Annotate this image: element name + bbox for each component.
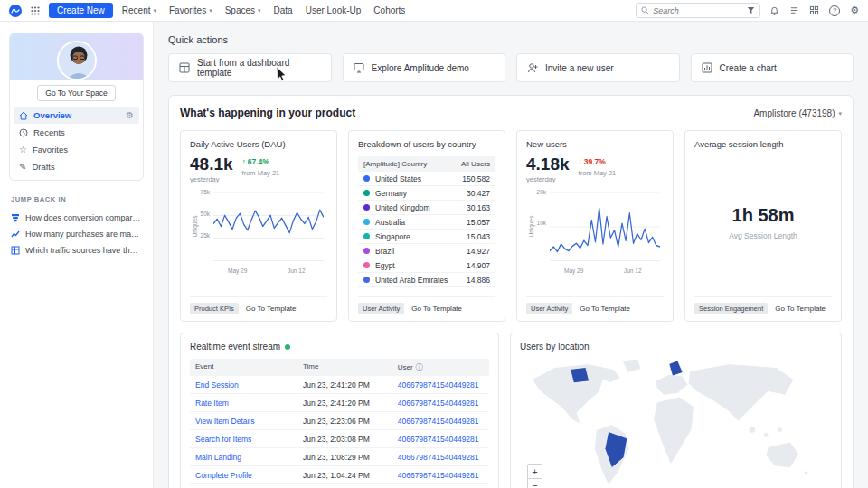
event-link[interactable]: Rate Item <box>195 399 303 408</box>
sidebar-item-drafts[interactable]: ✎ Drafts <box>14 158 139 175</box>
amplitude-logo[interactable] <box>9 5 22 17</box>
table-row[interactable]: Brazil14,927 <box>358 244 495 258</box>
sidebar-item-favorites[interactable]: ☆ Favorites <box>14 141 139 158</box>
funnel-chart-icon <box>11 213 20 222</box>
event-time: Jun 23, 2:41:20 PM <box>303 399 398 408</box>
jump-item-traffic[interactable]: Which traffic sources have the hi... <box>9 242 144 258</box>
user-id-link[interactable]: 4066798741540449281 <box>398 471 484 480</box>
user-id-link[interactable]: 4066798741540449281 <box>398 399 484 408</box>
dau-period: yesterday <box>190 175 233 183</box>
series-dot <box>363 262 370 268</box>
user-id-link[interactable]: 4066798741540449281 <box>398 435 484 444</box>
user-id-link[interactable]: 4066798741540449281 <box>398 417 484 426</box>
table-row[interactable]: United States150,582 <box>358 172 495 186</box>
topbar-icons: ? ⚙ <box>769 5 859 16</box>
qa-label: Invite a new user <box>545 63 614 73</box>
search-input[interactable] <box>653 6 743 15</box>
x-tick: Jun 12 <box>288 267 306 274</box>
chevron-down-icon: ▾ <box>154 7 157 14</box>
zoom-out-button[interactable]: − <box>528 478 542 488</box>
menu-cohorts[interactable]: Cohorts <box>373 5 405 15</box>
go-to-template-link[interactable]: Go To Template <box>411 305 462 313</box>
menu-recent[interactable]: Recent▾ <box>122 5 156 15</box>
menu-favorites[interactable]: Favorites▾ <box>169 5 212 15</box>
sidebar-item-label: Recents <box>33 127 65 137</box>
zoom-in-button[interactable]: + <box>528 465 542 478</box>
tag-chip[interactable]: User Activity <box>526 303 572 314</box>
jump-item-label: Which traffic sources have the hi... <box>25 246 142 255</box>
panel-header: What's happening in your product Amplist… <box>180 107 842 119</box>
search-box[interactable] <box>636 3 760 18</box>
breakdown-card: Breakdown of users by country [Amplitude… <box>348 130 505 322</box>
new-users-chart: Uniques 20k 10k May 29 Jun 12 <box>526 191 664 274</box>
tag-chip[interactable]: Session Engagement <box>694 303 768 314</box>
qa-invite-user[interactable]: Invite a new user <box>516 53 680 82</box>
user-id-link[interactable]: 4066798741540449281 <box>398 453 484 462</box>
event-link[interactable]: Main Landing <box>195 453 303 462</box>
table-row[interactable]: United Arab Emirates14,886 <box>358 273 495 287</box>
table-row[interactable]: Singapore15,043 <box>358 230 495 244</box>
table-row: Rate ItemJun 23, 2:41:20 PM4066798741540… <box>190 394 489 412</box>
go-to-template-link[interactable]: Go To Template <box>775 305 826 313</box>
table-row[interactable]: Egypt14,907 <box>358 258 495 273</box>
event-link[interactable]: End Session <box>195 380 303 389</box>
menu-data[interactable]: Data <box>274 5 293 15</box>
tag-chip[interactable]: User Activity <box>358 303 404 314</box>
map-africa <box>654 397 695 465</box>
settings-gear-icon[interactable]: ⚙ <box>850 5 859 15</box>
dau-line-chart <box>213 192 324 261</box>
waffle-menu-icon[interactable] <box>31 6 40 15</box>
sidebar-item-overview[interactable]: Overview ⚙ <box>14 107 139 124</box>
users-by-location-card: Users by location <box>510 333 842 488</box>
filter-funnel-icon[interactable] <box>747 6 755 14</box>
event-link[interactable]: View Item Details <box>195 417 303 426</box>
card-title: Breakdown of users by country <box>358 139 495 149</box>
column-header: Event <box>195 362 303 372</box>
help-icon[interactable]: ? <box>829 5 840 16</box>
jump-item-purchases[interactable]: How many purchases are made ... <box>9 226 144 242</box>
user-id-link[interactable]: 4066798741540449281 <box>398 380 484 389</box>
menu-label: Cohorts <box>373 5 405 15</box>
sidebar-item-recents[interactable]: Recents <box>14 124 139 141</box>
jump-item-conversion[interactable]: How does conversion compare b... <box>9 210 144 226</box>
chevron-down-icon: ▾ <box>258 7 261 14</box>
column-header: [Amplitude] Country <box>363 160 427 168</box>
avatar[interactable] <box>57 41 97 80</box>
main-menu: Recent▾ Favorites▾ Spaces▾ Data User Loo… <box>122 5 406 15</box>
world-map[interactable]: + − <box>520 357 832 488</box>
map-island <box>763 432 769 437</box>
table-row[interactable]: Australia15,057 <box>358 215 495 230</box>
event-link[interactable]: Search for Items <box>195 435 303 444</box>
create-new-button[interactable]: Create New <box>49 3 113 18</box>
gear-icon[interactable]: ⚙ <box>126 110 134 120</box>
go-to-template-link[interactable]: Go To Template <box>246 305 297 313</box>
map-new-zealand <box>804 471 808 475</box>
menu-spaces[interactable]: Spaces▾ <box>225 5 261 15</box>
tag-chip[interactable]: Product KPIs <box>190 303 239 314</box>
go-to-your-space-button[interactable]: Go To Your Space <box>37 85 115 101</box>
go-to-template-link[interactable]: Go To Template <box>580 305 630 313</box>
arrow-down-icon <box>579 157 582 166</box>
project-selector[interactable]: Amplistore (473198) ▾ <box>753 108 842 118</box>
y-tick: 50k <box>192 211 210 217</box>
apps-grid-icon[interactable] <box>809 5 819 15</box>
event-link[interactable]: Complete Profile <box>195 471 303 480</box>
changelog-icon[interactable] <box>789 5 799 15</box>
notification-bell-icon[interactable] <box>769 5 779 15</box>
table-row[interactable]: United Kingdom30,163 <box>358 201 495 215</box>
new-users-compare: from May 21 <box>579 169 617 177</box>
info-icon[interactable]: ⓘ <box>416 363 423 371</box>
qa-label: Explore Amplitude demo <box>372 63 469 73</box>
dau-card: Daily Active Users (DAU) 48.1k yesterday… <box>180 130 337 322</box>
star-icon: ☆ <box>19 145 27 155</box>
quick-actions-row: Start from a dashboard template Explore … <box>168 53 854 82</box>
qa-explore-demo[interactable]: Explore Amplitude demo <box>343 53 506 82</box>
chevron-down-icon: ▾ <box>838 110 842 117</box>
qa-create-chart[interactable]: Create a chart <box>691 53 854 82</box>
menu-user-lookup[interactable]: User Look-Up <box>306 5 362 15</box>
whats-happening-panel: What's happening in your product Amplist… <box>168 95 854 488</box>
qa-dashboard-template[interactable]: Start from a dashboard template <box>168 53 332 82</box>
dashboard-template-icon <box>179 62 190 73</box>
table-row[interactable]: Germany30,427 <box>358 186 495 201</box>
series-dot <box>363 190 370 196</box>
